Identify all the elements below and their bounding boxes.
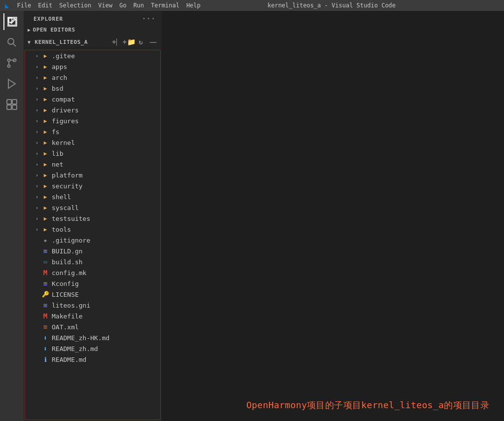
tree-item-oat-xml[interactable]: ≋OAT.xml <box>25 321 160 332</box>
folder-label: testsuites <box>52 215 90 222</box>
file-label: Makefile <box>52 313 83 320</box>
folder-label: net <box>52 161 63 168</box>
collapse-icon[interactable]: ⸻ <box>148 37 158 47</box>
folder-icon: ▶ <box>41 225 50 234</box>
folder-label: arch <box>52 74 67 81</box>
folder-label: drivers <box>52 106 79 114</box>
tree-item-license[interactable]: 🔑LICENSE <box>25 289 160 300</box>
file-icon: ◆ <box>41 236 50 245</box>
svg-rect-7 <box>7 100 11 104</box>
folder-chevron-icon: › <box>33 128 41 136</box>
tree-item-drivers[interactable]: ›▶drivers <box>25 105 160 115</box>
menu-file[interactable]: File <box>14 1 34 10</box>
folder-chevron-icon: › <box>33 73 41 81</box>
file-label: build.sh <box>52 258 83 266</box>
file-icon: ≋ <box>41 322 50 331</box>
folder-icon: ▶ <box>41 116 50 125</box>
run-activity-icon[interactable] <box>3 75 20 92</box>
svg-rect-8 <box>12 100 17 104</box>
folder-label: platform <box>52 172 83 179</box>
folder-chevron-icon: › <box>33 149 41 157</box>
svg-rect-9 <box>7 105 11 109</box>
menu-view[interactable]: View <box>95 1 115 10</box>
file-label: .gitignore <box>52 237 90 244</box>
file-icon: ≡ <box>41 246 50 255</box>
vscode-logo-icon: ◣ <box>5 1 9 9</box>
new-file-icon[interactable]: +⎸ <box>112 37 122 47</box>
tree-item-figures[interactable]: ›▶figures <box>25 115 160 126</box>
tree-item-lib[interactable]: ›▶lib <box>25 148 160 159</box>
folder-icon: ▶ <box>41 181 50 190</box>
folder-chevron-icon: › <box>33 95 41 103</box>
project-header[interactable]: ▼ KERNEL_LITEOS_A +⎸ +📁 ↻ ⸻ <box>24 35 162 49</box>
tree-item--gitignore[interactable]: ◆.gitignore <box>25 235 160 246</box>
file-icon: ≡ <box>41 301 50 310</box>
menu-run[interactable]: Run <box>131 1 147 10</box>
title-bar: ◣ File Edit Selection View Go Run Termin… <box>0 0 504 11</box>
tree-item--gitee[interactable]: ›▶.gitee <box>25 50 160 61</box>
file-label: LICENSE <box>52 291 79 298</box>
explorer-activity-icon[interactable] <box>3 13 20 30</box>
menu-selection[interactable]: Selection <box>56 1 94 10</box>
refresh-icon[interactable]: ↻ <box>136 37 146 47</box>
folder-icon: ▶ <box>41 149 50 158</box>
search-activity-icon[interactable] <box>3 34 20 51</box>
tree-item-kernel[interactable]: ›▶kernel <box>25 137 160 148</box>
folder-icon: ▶ <box>41 73 50 82</box>
folder-chevron-icon: › <box>33 193 41 201</box>
file-icon: M <box>41 312 50 320</box>
tree-item-readme-zh-md[interactable]: ⬇README_zh.md <box>25 343 160 354</box>
menu-bar[interactable]: File Edit Selection View Go Run Terminal… <box>14 1 203 10</box>
tree-item-liteos-gni[interactable]: ≡liteos.gni <box>25 300 160 311</box>
folder-icon: ▶ <box>41 95 50 104</box>
folder-label: bsd <box>52 85 63 92</box>
folder-icon: ▶ <box>41 192 50 201</box>
tree-item-apps[interactable]: ›▶apps <box>25 61 160 72</box>
file-tree[interactable]: ›▶.gitee›▶apps›▶arch›▶bsd›▶compat›▶drive… <box>25 50 161 420</box>
svg-marker-6 <box>8 79 15 88</box>
folder-icon: ▶ <box>41 105 50 114</box>
source-control-activity-icon[interactable] <box>3 55 20 71</box>
file-icon: ⬇ <box>41 344 50 353</box>
extensions-activity-icon[interactable] <box>3 96 20 113</box>
folder-label: lib <box>52 150 63 157</box>
folder-chevron-icon: › <box>33 52 41 60</box>
tree-item-kconfig[interactable]: ≡Kconfig <box>25 278 160 289</box>
file-label: liteos.gni <box>52 302 90 309</box>
tree-item-shell[interactable]: ›▶shell <box>25 191 160 202</box>
menu-go[interactable]: Go <box>116 1 129 10</box>
tree-item-testsuites[interactable]: ›▶testsuites <box>25 213 160 224</box>
folder-label: shell <box>52 193 71 201</box>
tree-item-build-sh[interactable]: ▭build.sh <box>25 256 160 267</box>
tree-item-compat[interactable]: ›▶compat <box>25 94 160 105</box>
tree-item-syscall[interactable]: ›▶syscall <box>25 202 160 213</box>
tree-item-net[interactable]: ›▶net <box>25 159 160 170</box>
tree-item-readme-zh-hk-md[interactable]: ⬇README_zh-HK.md <box>25 332 160 343</box>
tree-item-build-gn[interactable]: ≡BUILD.gn <box>25 246 160 256</box>
explorer-more-button[interactable]: ··· <box>142 15 156 23</box>
svg-rect-10 <box>12 105 17 109</box>
file-icon: 🔑 <box>41 290 50 299</box>
tree-item-arch[interactable]: ›▶arch <box>25 72 160 83</box>
tree-item-security[interactable]: ›▶security <box>25 180 160 191</box>
folder-chevron-icon: › <box>33 63 41 70</box>
menu-edit[interactable]: Edit <box>35 1 55 10</box>
tree-item-platform[interactable]: ›▶platform <box>25 170 160 180</box>
tree-item-tools[interactable]: ›▶tools <box>25 224 160 235</box>
folder-chevron-icon: › <box>33 117 41 125</box>
menu-help[interactable]: Help <box>183 1 203 10</box>
tree-item-config-mk[interactable]: Mconfig.mk <box>25 267 160 278</box>
new-folder-icon[interactable]: +📁 <box>124 37 134 47</box>
folder-chevron-icon: › <box>33 214 41 222</box>
folder-icon: ▶ <box>41 84 50 93</box>
file-label: Kconfig <box>52 280 79 287</box>
tree-item-makefile[interactable]: MMakefile <box>25 311 160 321</box>
file-icon: ▭ <box>41 257 50 266</box>
menu-terminal[interactable]: Terminal <box>148 1 182 10</box>
tree-item-readme-md[interactable]: ℹREADME.md <box>25 354 160 365</box>
open-editors-section[interactable]: ▶ Open Editors <box>24 25 162 35</box>
tree-item-bsd[interactable]: ›▶bsd <box>25 83 160 94</box>
folder-chevron-icon: › <box>33 84 41 92</box>
window-title: kernel_liteos_a - Visual Studio Code <box>268 2 396 9</box>
tree-item-fs[interactable]: ›▶fs <box>25 126 160 137</box>
